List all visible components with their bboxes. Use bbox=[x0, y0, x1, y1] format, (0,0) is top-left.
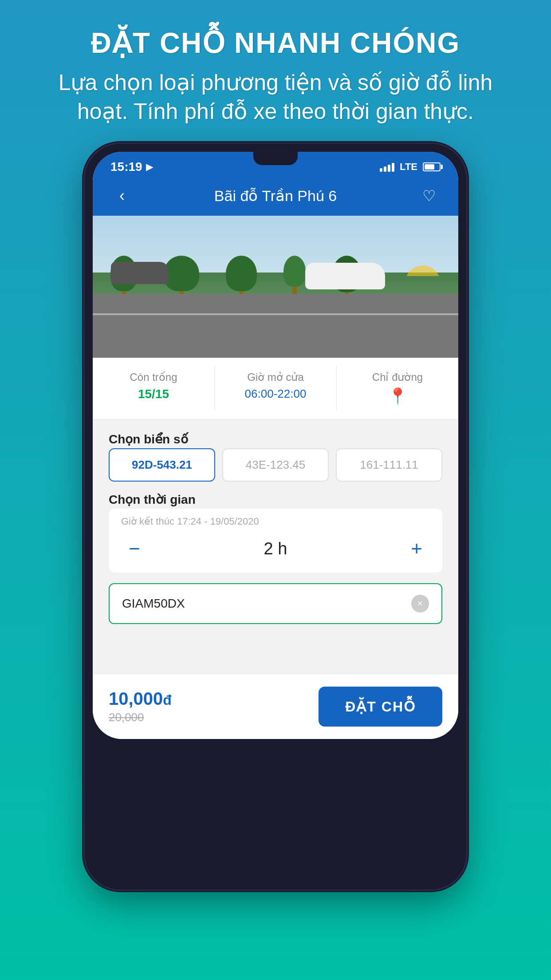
coupon-value[interactable]: GIAM50DX bbox=[122, 597, 185, 611]
directions-label: Chỉ đường bbox=[372, 371, 423, 383]
price-column: 10,000đ 20,000 bbox=[109, 689, 172, 724]
road-decoration bbox=[93, 294, 458, 358]
time-minus-button[interactable]: − bbox=[121, 535, 148, 562]
price-original: 20,000 bbox=[109, 711, 172, 724]
favorite-button[interactable]: ♡ bbox=[416, 187, 442, 205]
plate-row: 92D-543.21 43E-123.45 161-111.11 bbox=[109, 448, 442, 482]
phone-notch bbox=[253, 152, 298, 165]
available-cell: Còn trống 15/15 bbox=[93, 367, 215, 410]
plate-button-1[interactable]: 43E-123.45 bbox=[222, 448, 329, 482]
nav-bar: ‹ Bãi đỗ Trần Phú 6 ♡ bbox=[93, 179, 458, 216]
directions-cell[interactable]: Chỉ đường 📍 bbox=[337, 367, 458, 410]
status-time: 15:19 ▶ bbox=[110, 160, 153, 174]
header-section: ĐẶT CHỖ NHANH CHÓNG Lựa chọn loại phương… bbox=[0, 0, 551, 144]
plate-button-0[interactable]: 92D-543.21 bbox=[109, 448, 215, 482]
battery-icon bbox=[423, 162, 441, 171]
car-dark-decoration bbox=[111, 262, 169, 284]
time-label: Chọn thời gian bbox=[109, 492, 442, 507]
plate-button-2[interactable]: 161-111.11 bbox=[336, 448, 442, 482]
phone-screen: 15:19 ▶ LTE ‹ Bãi đỗ Trần Phú 6 ♡ bbox=[93, 152, 458, 739]
time-display: 15:19 bbox=[110, 160, 142, 174]
book-button[interactable]: ĐẶT CHỖ bbox=[319, 687, 442, 727]
page-title: Bãi đỗ Trần Phú 6 bbox=[214, 187, 337, 205]
phone-wrapper: 15:19 ▶ LTE ‹ Bãi đỗ Trần Phú 6 ♡ bbox=[85, 144, 466, 980]
plate-label: Chọn biển số bbox=[109, 432, 442, 447]
time-hint: Giờ kết thúc 17:24 - 19/05/2020 bbox=[121, 516, 430, 527]
time-plus-button[interactable]: + bbox=[403, 535, 430, 562]
header-title: ĐẶT CHỖ NHANH CHÓNG bbox=[35, 27, 516, 59]
price-current-row: 10,000đ bbox=[109, 689, 172, 709]
back-button[interactable]: ‹ bbox=[109, 186, 135, 205]
location-arrow-icon: ▶ bbox=[146, 162, 153, 172]
available-label: Còn trống bbox=[130, 371, 177, 383]
time-control-box: Giờ kết thúc 17:24 - 19/05/2020 − 2 h + bbox=[109, 509, 442, 573]
plate-section: Chọn biển số 92D-543.21 43E-123.45 161-1… bbox=[109, 432, 442, 482]
bottom-bar: 10,000đ 20,000 ĐẶT CHỖ bbox=[93, 674, 458, 739]
hours-label: Giờ mở cửa bbox=[247, 371, 304, 383]
signal-icon bbox=[380, 162, 394, 172]
phone-mockup: 15:19 ▶ LTE ‹ Bãi đỗ Trần Phú 6 ♡ bbox=[85, 144, 466, 889]
time-section: Chọn thời gian Giờ kết thúc 17:24 - 19/0… bbox=[109, 492, 442, 573]
hours-value: 06:00-22:00 bbox=[245, 387, 307, 401]
hours-cell: Giờ mở cửa 06:00-22:00 bbox=[215, 367, 337, 410]
car-white-decoration bbox=[305, 263, 385, 289]
info-row: Còn trống 15/15 Giờ mở cửa 06:00-22:00 C… bbox=[93, 358, 458, 419]
directions-icon: 📍 bbox=[388, 387, 408, 406]
time-value: 2 h bbox=[264, 539, 287, 558]
coupon-input-wrapper[interactable]: GIAM50DX × bbox=[109, 583, 442, 624]
parking-photo bbox=[93, 216, 458, 358]
coupon-clear-button[interactable]: × bbox=[411, 595, 429, 612]
price-currency: đ bbox=[163, 692, 172, 708]
status-right: LTE bbox=[380, 161, 441, 173]
content-area: Chọn biển số 92D-543.21 43E-123.45 161-1… bbox=[93, 419, 458, 674]
time-controls: − 2 h + bbox=[121, 532, 430, 565]
spacer bbox=[109, 635, 442, 661]
available-value: 15/15 bbox=[138, 387, 169, 401]
header-subtitle: Lựa chọn loại phương tiện và số giờ đỗ l… bbox=[35, 68, 516, 126]
lte-label: LTE bbox=[400, 161, 417, 173]
price-current: 10,000 bbox=[109, 689, 163, 708]
